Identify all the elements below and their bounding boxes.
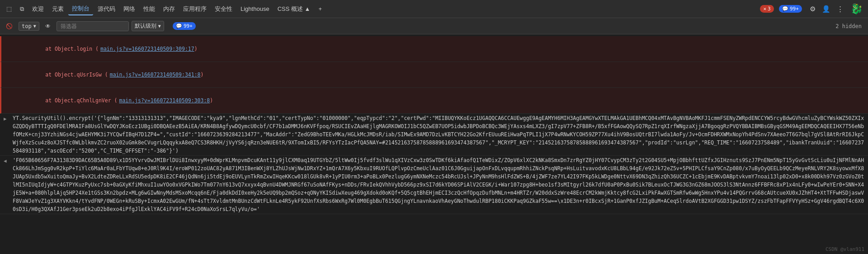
tab-welcome[interactable]: 欢迎: [28, 3, 47, 15]
expand-arrow: [5, 37, 11, 38]
user-button[interactable]: 👤: [819, 3, 833, 15]
filter-warn-badge[interactable]: 💬 99+: [173, 22, 196, 30]
tab-elements[interactable]: 元素: [48, 3, 67, 15]
console-line-content: at Object.qUsrIsGw (main.js?v=1660723140…: [14, 62, 864, 87]
table-row: ▶ YT.SecurityUtil().encrypt('{"lgnNm":"1…: [0, 114, 868, 156]
table-row: at Object.qUsrIsGw (main.js?v=1660723140…: [0, 62, 868, 88]
level-arrow: ▼: [158, 24, 161, 29]
eye-button[interactable]: 👁: [42, 22, 54, 31]
tab-network[interactable]: 网络: [120, 3, 139, 15]
watermark: CSDN @vlan911: [826, 246, 864, 252]
tab-sources[interactable]: 源代码: [94, 3, 119, 15]
table-row: ◀ 'F065B60656F7A31383D9DAC65B5A0D89\x1D5…: [0, 156, 868, 214]
clear-console-button[interactable]: 🚫: [3, 22, 16, 31]
filter-bar: 🚫 top ▼ 👁 默认级别 ▼ 💬 99+ 2 hidden: [0, 18, 868, 34]
top-arrow: ▼: [33, 24, 36, 29]
tab-device-icon[interactable]: ⧉: [16, 4, 28, 14]
add-tab-button[interactable]: +: [315, 4, 326, 14]
table-row: at Object.login (main.js?v=1660723140509…: [0, 36, 868, 62]
tab-memory[interactable]: 内存: [160, 3, 179, 15]
tab-application[interactable]: 应用程序: [179, 3, 210, 15]
filter-warn-count: 99+: [184, 23, 193, 29]
hidden-label: 2 hidden: [835, 23, 862, 29]
file-link[interactable]: main.js?v=1660723140509:309:17: [100, 46, 194, 52]
expand-arrow: [5, 62, 11, 63]
top-label: top: [22, 23, 32, 29]
error-count: 3: [768, 6, 771, 12]
context-selector[interactable]: top ▼: [19, 22, 39, 31]
settings-button[interactable]: ⚙: [807, 3, 818, 15]
warn-badge[interactable]: 💬 99+: [779, 5, 802, 13]
tab-inspect-icon[interactable]: ⬚: [3, 4, 15, 14]
console-line-content: at Object.qChnlLgnVer (main.js?v=1660723…: [14, 88, 864, 113]
filter-warn-icon: 💬: [176, 23, 182, 29]
table-row: at Object.qChnlLgnVer (main.js?v=1660723…: [0, 88, 868, 114]
eye-icon: 👁: [45, 23, 51, 29]
expand-icon-1[interactable]: ▶: [4, 114, 10, 123]
expand-icon-2[interactable]: ◀: [4, 156, 10, 165]
tab-lighthouse[interactable]: Lighthouse: [237, 4, 273, 14]
tab-security[interactable]: 安全性: [211, 3, 236, 15]
clear-icon: 🚫: [6, 23, 13, 29]
filter-input[interactable]: [57, 21, 129, 31]
level-label: 默认级别: [135, 22, 156, 30]
console-line-content-2: 'F065B60656F7A31383D9DAC65B5A0D89\x1D5YY…: [13, 156, 864, 213]
console-line-content: at Object.login (main.js?v=1660723140509…: [14, 37, 864, 61]
error-icon: ✕: [763, 6, 766, 12]
warn-count: 99+: [790, 6, 799, 12]
console-content: at Object.login (main.js?v=1660723140509…: [0, 34, 868, 254]
console-line-content-1: YT.SecurityUtil().encrypt('{"lgnNm":"133…: [13, 114, 864, 155]
file-link[interactable]: main.js?v=1660723140509:341:8: [110, 72, 201, 78]
main-toolbar: ⬚ ⧉ 欢迎 元素 控制台 源代码 网络 性能 内存 应用程序 安全性 Ligh…: [0, 0, 868, 18]
tab-performance[interactable]: 性能: [140, 3, 159, 15]
more-button[interactable]: ⋮: [834, 3, 846, 15]
tab-css-overview[interactable]: CSS 概述 ▲: [274, 3, 314, 15]
expand-arrow: [5, 88, 11, 89]
dragon-icon: 🐉: [847, 0, 865, 18]
level-selector[interactable]: 默认级别 ▼: [132, 21, 164, 31]
error-badge[interactable]: ✕ 3: [760, 5, 774, 13]
tab-console[interactable]: 控制台: [68, 3, 93, 15]
file-link[interactable]: main.js?v=1660723140509:303:8: [119, 97, 210, 104]
warn-icon: 💬: [782, 6, 788, 12]
